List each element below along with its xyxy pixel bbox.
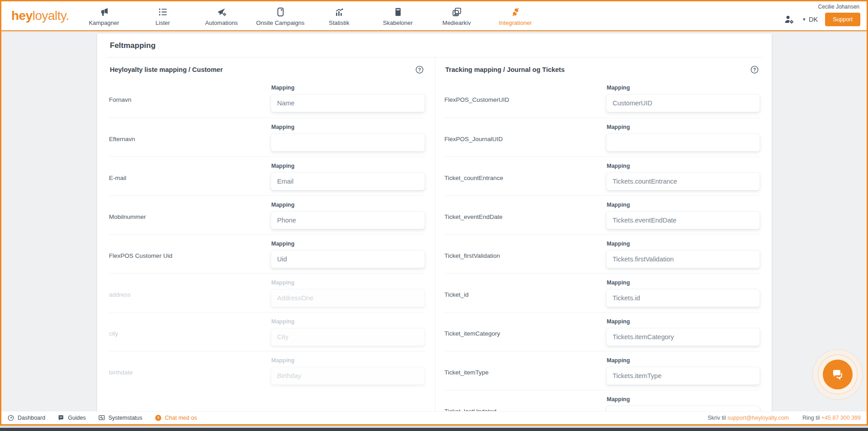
mapping-row: Ticket_lastUpdated Mapping (444, 390, 760, 412)
support-button[interactable]: Support (825, 13, 860, 26)
field-label: birthdate (109, 357, 271, 385)
language-selector[interactable]: ▼ DK (802, 16, 818, 23)
field-label: Ticket_itemType (444, 357, 606, 385)
mapping-row: Fornavn Mapping (109, 79, 425, 118)
mapping-input[interactable] (271, 94, 425, 112)
top-right-controls: ▼ DK Support (784, 13, 860, 26)
field-label: FlexPOS_JournalUID (444, 123, 606, 152)
tracking-section-title: Tracking mapping / Journal og Tickets (445, 66, 565, 73)
svg-text:?: ? (418, 67, 421, 72)
language-label: DK (809, 16, 818, 23)
phone-prefix: Ring til (802, 415, 820, 421)
mapping-input[interactable] (606, 94, 760, 112)
help-icon[interactable]: ? (750, 65, 759, 74)
gauge-icon (7, 414, 14, 422)
mapping-input[interactable] (271, 133, 425, 152)
field-label: address (109, 279, 271, 308)
mapping-input[interactable] (271, 250, 425, 268)
mapping-input[interactable] (606, 289, 760, 307)
mapping-row: address Mapping (109, 273, 425, 312)
nav-label-kampagner: Kampagner (89, 19, 119, 26)
nav-item-onsite-campaigns[interactable]: Onsite Campaigns (251, 1, 310, 30)
field-label: Ticket_lastUpdated (444, 396, 606, 412)
mapping-column-label: Mapping (271, 357, 425, 364)
footer-phone[interactable]: Ring til +45 87 300 399 (802, 415, 861, 421)
nav-label-onsite-campaigns: Onsite Campaigns (256, 19, 305, 26)
field-label: Mobilnummer (109, 201, 271, 230)
main-nav: Kampagner Lister Automations Onsite Camp… (75, 1, 545, 30)
mapping-row: FlexPOS_CustomerUID Mapping (444, 79, 760, 118)
nav-item-mediearkiv[interactable]: Mediearkiv (427, 1, 486, 30)
monitor-pulse-icon (98, 414, 105, 422)
footer-link-systemstatus[interactable]: Systemstatus (98, 414, 142, 422)
nav-item-automations[interactable]: Automations (192, 1, 251, 30)
top-navigation-bar: heyloyalty. Kampagner Lister Automations… (1, 1, 867, 31)
book-icon (57, 414, 65, 422)
help-icon[interactable]: ? (415, 65, 424, 74)
media-archive-icon (452, 7, 462, 17)
mapping-input[interactable] (606, 367, 760, 385)
mapping-row: Mobilnummer Mapping (109, 195, 425, 234)
mapping-input[interactable] (606, 172, 760, 190)
nav-label-integrationer: Integrationer (499, 19, 532, 26)
heyloyalty-logo[interactable]: heyloyalty. (11, 9, 69, 23)
nav-label-automations: Automations (205, 19, 238, 26)
footer-label-dashboard: Dashboard (18, 415, 45, 421)
footer-link-chat-med-os[interactable]: ? Chat med os (155, 414, 197, 422)
mapping-column-label: Mapping (271, 241, 425, 247)
phone-link[interactable]: +45 87 300 399 (821, 415, 861, 421)
mapping-input[interactable] (271, 211, 425, 229)
automation-gear-icon (217, 7, 227, 17)
mapping-column-label: Mapping (607, 357, 760, 364)
footer-link-dashboard[interactable]: Dashboard (7, 414, 45, 422)
mapping-column-label: Mapping (607, 318, 760, 325)
mapping-row: city Mapping (109, 312, 425, 351)
footer-link-guides[interactable]: Guides (57, 414, 86, 422)
nav-item-integrationer[interactable]: Integrationer (486, 1, 545, 30)
tracking-mapping-section: Tracking mapping / Journal og Tickets ? … (435, 57, 760, 412)
footer-email[interactable]: Skriv til support@heyloyalty.com (708, 415, 789, 421)
mapping-row: Ticket_itemCategory Mapping (444, 312, 760, 351)
mapping-column-label: Mapping (271, 163, 425, 169)
field-label: Fornavn (109, 84, 271, 113)
field-label: Ticket_id (444, 279, 606, 308)
nav-item-lister[interactable]: Lister (133, 1, 192, 30)
nav-item-kampagner[interactable]: Kampagner (75, 1, 133, 30)
mapping-input[interactable] (271, 172, 425, 190)
mapping-row: Ticket_eventEndDate Mapping (444, 195, 760, 234)
field-label: Ticket_itemCategory (444, 318, 606, 346)
mapping-input[interactable] (606, 211, 760, 229)
footer-label-chat-med-os: Chat med os (165, 415, 197, 421)
nav-label-statistik: Statistik (329, 19, 349, 26)
logo-bold-part: hey (11, 9, 33, 23)
mapping-row: FlexPOS Customer Uid Mapping (109, 234, 425, 273)
page-title: Feltmapping (109, 33, 760, 57)
nav-item-skabeloner[interactable]: Skabeloner (368, 1, 427, 30)
nav-item-statistik[interactable]: Statistik (310, 1, 368, 30)
list-icon (158, 7, 168, 17)
nav-label-mediearkiv: Mediearkiv (443, 19, 471, 26)
mapping-row: Ticket_itemType Mapping (444, 351, 760, 390)
mapping-input[interactable] (606, 133, 760, 152)
device-icon (275, 7, 286, 17)
mapping-row: Ticket_countEntrance Mapping (444, 156, 760, 195)
mapping-input[interactable] (606, 328, 760, 346)
footer-bar: Dashboard Guides Systemstatus ? Chat med… (1, 411, 867, 424)
mapping-row: E-mail Mapping (109, 156, 425, 195)
mapping-input[interactable] (271, 367, 425, 385)
bar-chart-icon (334, 7, 344, 17)
screen-bottom-edge (0, 428, 868, 431)
email-prefix: Skriv til (708, 415, 726, 421)
email-link[interactable]: support@heyloyalty.com (727, 415, 789, 421)
user-settings-icon[interactable] (784, 14, 795, 25)
footer-label-guides: Guides (68, 415, 86, 421)
mapping-input[interactable] (271, 289, 425, 307)
mapping-input[interactable] (271, 328, 425, 346)
logo-light-part: loyalty. (33, 9, 69, 23)
mapping-column-label: Mapping (607, 85, 760, 91)
chat-widget-button[interactable] (823, 360, 853, 389)
field-label: FlexPOS_CustomerUID (444, 84, 606, 113)
mapping-input[interactable] (606, 250, 760, 268)
mapping-column-label: Mapping (271, 279, 425, 286)
feltmapping-card: Feltmapping Heyloyalty liste mapping / C… (97, 33, 772, 412)
